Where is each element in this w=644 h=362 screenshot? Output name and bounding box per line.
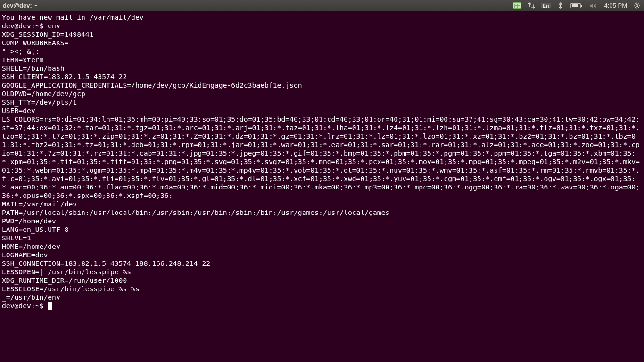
system-tray: En 4:05 PM (513, 1, 641, 10)
terminal-line: HOME=/home/dev (2, 242, 642, 251)
terminal-line: MAIL=/var/mail/dev (2, 200, 642, 208)
terminal-line: TERM=xterm (2, 56, 642, 64)
terminal-prompt-line[interactable]: dev@dev:~$ (2, 302, 642, 310)
terminal-line: You have new mail in /var/mail/dev (2, 13, 642, 22)
terminal-line: SSH_CLIENT=183.82.1.5 43574 22 (2, 73, 642, 81)
terminal-line: GOOGLE_APPLICATION_CREDENTIALS=/home/dev… (2, 81, 642, 90)
window-title: dev@dev: ~ (3, 2, 37, 9)
bluetooth-icon[interactable] (556, 1, 565, 10)
menubar: dev@dev: ~ En 4:05 PM (0, 0, 644, 11)
svg-point-3 (636, 4, 638, 6)
terminal-line: LOGNAME=dev (2, 251, 642, 259)
svg-line-8 (635, 3, 635, 4)
terminal-line: "'><;|&(: (2, 47, 642, 56)
svg-line-11 (638, 3, 639, 4)
network-icon[interactable] (527, 1, 536, 10)
terminal-line: SHELL=/bin/bash (2, 64, 642, 73)
terminal-line: SHLVL=1 (2, 234, 642, 242)
battery-icon[interactable] (570, 1, 583, 10)
svg-line-9 (638, 7, 639, 8)
sound-muted-icon[interactable] (588, 1, 597, 10)
terminal-line: XDG_SESSION_ID=1498441 (2, 30, 642, 39)
terminal-line: LS_COLORS=rs=0:di=01;34:ln=01;36:mh=00:p… (2, 115, 642, 200)
terminal-line: XDG_RUNTIME_DIR=/run/user/1000 (2, 276, 642, 285)
language-indicator[interactable]: En (541, 3, 551, 8)
svg-rect-2 (572, 4, 578, 7)
keyboard-indicator-icon[interactable] (513, 1, 521, 10)
terminal-line: COMP_WORDBREAKS= (2, 39, 642, 47)
terminal-line: SSH_CONNECTION=183.82.1.5 43574 188.166.… (2, 259, 642, 268)
terminal-line: LANG=en_US.UTF-8 (2, 225, 642, 234)
terminal-line: LESSCLOSE=/usr/bin/lesspipe %s %s (2, 285, 642, 293)
terminal-line: USER=dev (2, 107, 642, 115)
svg-line-10 (635, 7, 635, 8)
terminal-line: LESSOPEN=| /usr/bin/lesspipe %s (2, 268, 642, 276)
terminal-line: OLDPWD=/home/dev/gcp (2, 90, 642, 98)
terminal-line: PWD=/home/dev (2, 217, 642, 225)
terminal[interactable]: You have new mail in /var/mail/devdev@de… (0, 11, 644, 362)
terminal-prompt: dev@dev:~$ (2, 302, 48, 310)
terminal-line: _=/usr/bin/env (2, 293, 642, 302)
svg-rect-1 (581, 5, 582, 7)
terminal-line: PATH=/usr/local/sbin:/usr/local/bin:/usr… (2, 208, 642, 217)
terminal-line: SSH_TTY=/dev/pts/1 (2, 98, 642, 107)
terminal-cursor (48, 302, 52, 310)
gear-icon[interactable] (633, 1, 641, 10)
clock[interactable]: 4:05 PM (604, 2, 627, 9)
terminal-line: dev@dev:~$ env (2, 22, 642, 30)
